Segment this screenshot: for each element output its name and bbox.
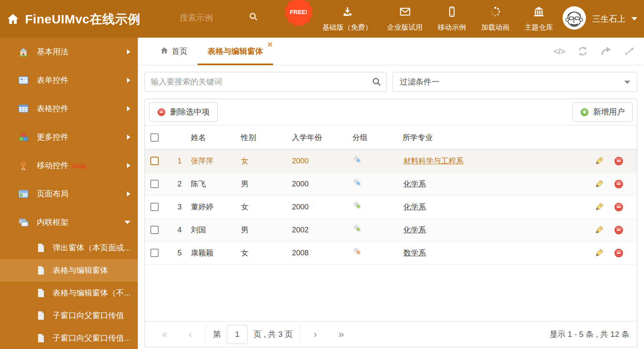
page-number-input[interactable] [227, 325, 248, 344]
column-header-gender[interactable]: 性别 [236, 132, 287, 143]
plus-circle-icon [580, 108, 589, 117]
chevron-right-icon [127, 49, 130, 54]
cell-year: 2000 [287, 157, 347, 166]
header-search-input[interactable] [180, 13, 248, 23]
sidebar-item-label: 移动控件 [37, 160, 68, 171]
cell-gender: 女 [236, 202, 287, 212]
app-logo[interactable]: FineUIMvc在线示例 [7, 11, 141, 28]
delete-icon[interactable] [614, 179, 624, 189]
sidebar-item-more-controls[interactable]: 更多控件 [0, 123, 138, 151]
table-row[interactable]: 3 董婷婷 女 2000 化学系 [145, 196, 637, 219]
cell-name: 陈飞 [186, 179, 236, 189]
keyword-search-input[interactable] [145, 72, 387, 92]
divider [300, 326, 301, 343]
cell-year: 2002 [287, 226, 347, 234]
avatar [562, 6, 586, 32]
sidebar-subitem-grid-edit-window[interactable]: 表格与编辑窗体 [0, 259, 138, 282]
edit-icon[interactable] [594, 156, 604, 166]
app-title: FineUIMvc在线示例 [25, 11, 141, 28]
cell-year: 2000 [287, 203, 347, 211]
cell-name: 张萍萍 [186, 156, 236, 166]
sidebar-subitem-popup-window[interactable]: 弹出窗体（本页面或... [0, 237, 138, 259]
column-header-group[interactable]: 分组 [347, 132, 398, 143]
prev-page-button[interactable]: ‹ [183, 326, 198, 343]
sidebar-item-label: 表格控件 [37, 103, 68, 114]
major-link[interactable]: 化学系 [403, 226, 426, 234]
edit-icon[interactable] [594, 179, 604, 189]
row-checkbox[interactable] [150, 249, 159, 257]
row-checkbox[interactable] [150, 226, 159, 234]
delete-selected-button[interactable]: 删除选中项 [149, 102, 218, 122]
cell-gender: 女 [236, 248, 287, 258]
row-checkbox[interactable] [150, 203, 159, 211]
search-icon[interactable] [248, 12, 259, 23]
grid-toolbar: 删除选中项 新增用户 [145, 99, 637, 125]
spinner-icon [489, 6, 502, 19]
column-header-name[interactable]: 姓名 [186, 132, 236, 143]
sidebar-item-form-controls[interactable]: 表单控件 [0, 66, 138, 94]
tab-home[interactable]: 首页 [150, 38, 198, 65]
sidebar-subitem-label: 子窗口向父窗口传值... [53, 333, 131, 344]
sidebar-item-label: 基本用法 [37, 46, 68, 57]
sidebar-subitem-child-to-parent-2[interactable]: 子窗口向父窗口传值... [0, 327, 138, 349]
sidebar-item-grid-controls[interactable]: 表格控件 [0, 94, 138, 123]
sidebar-subitem-child-to-parent[interactable]: 子窗口向父窗口传值 [0, 304, 138, 327]
nav-item-loading-animation[interactable]: 加载动画 [481, 6, 510, 32]
edit-icon[interactable] [594, 202, 604, 212]
nav-item-mobile-demo[interactable]: 移动示例 [438, 6, 466, 32]
delete-icon[interactable] [614, 202, 624, 212]
search-icon[interactable] [372, 77, 382, 89]
chevron-right-icon [127, 106, 130, 111]
major-link[interactable]: 材料科学与工程系 [403, 157, 464, 165]
delete-icon[interactable] [614, 248, 624, 258]
table-row[interactable]: 4 刘国 男 2002 化学系 [145, 219, 637, 242]
last-page-button[interactable]: » [334, 326, 348, 343]
major-link[interactable]: 化学系 [403, 203, 426, 211]
expand-icon[interactable] [622, 45, 636, 58]
edit-icon[interactable] [594, 225, 604, 235]
row-number: 2 [165, 180, 186, 189]
share-icon[interactable] [599, 45, 613, 58]
minus-circle-icon [157, 108, 166, 117]
delete-selected-label: 删除选中项 [170, 107, 210, 117]
sidebar-item-page-layout[interactable]: 页面布局 [0, 180, 138, 208]
sidebar-subitem-grid-edit-window-2[interactable]: 表格与编辑窗体（不... [0, 282, 138, 304]
filter-select[interactable]: 过滤条件一 [393, 72, 637, 92]
refresh-icon[interactable] [576, 45, 590, 58]
next-page-button[interactable]: › [308, 326, 322, 343]
column-header-major[interactable]: 所学专业 [398, 132, 581, 143]
antenna-icon [18, 160, 28, 171]
row-checkbox[interactable] [150, 157, 159, 165]
sidebar-item-mobile-controls[interactable]: 移动控件 Corp. [0, 151, 138, 180]
first-page-button[interactable]: « [157, 326, 172, 343]
nav-item-theme-store[interactable]: 主题仓库 [525, 6, 553, 32]
nav-item-basic-edition[interactable]: 基础版（免费） [322, 6, 372, 32]
chevron-right-icon [127, 135, 130, 140]
table-row[interactable]: 2 陈飞 男 2000 化学系 [145, 173, 637, 196]
sidebar-subitem-label: 表格与编辑窗体（不... [53, 288, 131, 298]
corp-badge: Corp. [72, 162, 87, 169]
free-badge-text: FREE! [287, 0, 311, 24]
download-icon [341, 6, 354, 19]
table-row[interactable]: 1 张萍萍 女 2000 材料科学与工程系 [145, 150, 637, 173]
add-user-button[interactable]: 新增用户 [572, 102, 633, 122]
row-checkbox[interactable] [150, 180, 159, 188]
edit-icon[interactable] [594, 248, 604, 258]
column-header-year[interactable]: 入学年份 [287, 132, 347, 143]
delete-icon[interactable] [614, 225, 624, 235]
tab-label: 表格与编辑窗体 [208, 46, 263, 57]
major-link[interactable]: 数学系 [403, 249, 426, 257]
table-row[interactable]: 5 康颖颖 女 2008 数学系 [145, 242, 637, 265]
user-menu[interactable]: 三生石上 [562, 6, 637, 32]
select-all-checkbox[interactable] [150, 133, 159, 142]
nav-item-enterprise-trial[interactable]: 企业版试用 [387, 6, 423, 32]
sidebar-item-basic-usage[interactable]: 基本用法 [0, 38, 138, 66]
add-user-label: 新增用户 [593, 107, 625, 117]
tab-grid-edit-window[interactable]: 表格与编辑窗体 [198, 38, 273, 65]
grid-empty-area [145, 265, 637, 321]
major-link[interactable]: 化学系 [403, 180, 426, 188]
delete-icon[interactable] [614, 156, 624, 166]
source-code-icon[interactable]: </> [552, 45, 566, 58]
close-icon[interactable] [267, 42, 272, 47]
sidebar-item-iframe[interactable]: 内联框架 [0, 208, 138, 237]
